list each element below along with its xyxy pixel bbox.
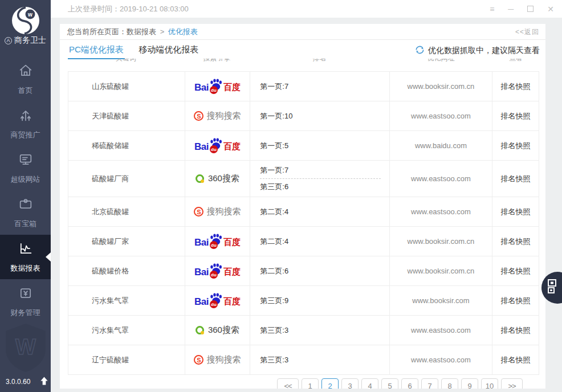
rank-snapshot-link[interactable]: 排名快照 xyxy=(501,266,531,276)
engine-cell: Baidu百度 xyxy=(185,227,250,256)
last-login-text: 上次登录时间：2019-10-21 08:03:00 xyxy=(68,0,189,18)
sidebar-item-label: 百宝箱 xyxy=(14,219,36,229)
action-cell: 排名快照 xyxy=(492,256,539,285)
baidu-paw-icon: du xyxy=(209,138,223,153)
sidebar-item-finance[interactable]: 财务管理 xyxy=(0,279,51,324)
sidebar-item-website[interactable]: 超级网站 xyxy=(0,146,51,190)
url-cell: www.eastsoo.com xyxy=(389,197,492,226)
page-button-2[interactable]: 2 xyxy=(321,378,339,389)
url-cell: www.booksir.com.cn xyxy=(389,227,492,256)
back-link[interactable]: <<返回 xyxy=(515,24,539,40)
sogou-s-icon: S xyxy=(194,355,203,365)
action-cell: 排名快照 xyxy=(492,316,539,345)
sogou-logo-icon: S搜狗搜索 xyxy=(194,111,241,121)
sidebar-item-label: 财务管理 xyxy=(11,308,40,318)
qr-code-icon xyxy=(547,279,561,297)
tab-pc-report[interactable]: PC端优化报表 xyxy=(68,40,125,59)
rank-snapshot-link[interactable]: 排名快照 xyxy=(501,207,531,217)
report-card: 您当前所在页面：数据报表 > 优化报表 <<返回 PC端优化报表 移动端优化报表 xyxy=(60,24,545,389)
table-row: 稀硫酸储罐Baidu百度第一页:5www.baidu.com排名快照 xyxy=(68,131,539,161)
sogou-s-icon: S xyxy=(194,207,203,217)
table-header-cell: 排名 xyxy=(250,59,389,66)
page-button-6[interactable]: 6 xyxy=(401,378,418,389)
page-button-9[interactable]: 9 xyxy=(461,378,478,389)
url-cell: www.eastsoo.com xyxy=(389,161,492,197)
baidu-logo-icon: Baidu百度 xyxy=(194,234,241,249)
refresh-icon[interactable] xyxy=(415,45,425,56)
rank-value: 第三页:9 xyxy=(260,296,288,306)
svg-text:w: w xyxy=(27,11,32,18)
table-row: 北京硫酸罐S搜狗搜索第二页:4www.eastsoo.com排名快照 xyxy=(68,197,539,227)
sidebar-item-toolbox[interactable]: 百宝箱 xyxy=(0,190,51,235)
baidu-du-badge: du xyxy=(210,241,218,249)
update-arrow-button[interactable] xyxy=(39,376,49,387)
table-row: 辽宁硫酸罐S搜狗搜索第三页:3www.eastsoo.com排名快照 xyxy=(68,345,539,375)
minimize-button[interactable]: ─ xyxy=(508,5,514,13)
rank-value: 第一页:7 xyxy=(260,81,288,92)
table-row: 硫酸罐厂家Baidu百度第二页:4www.booksir.com.cn排名快照 xyxy=(68,227,539,256)
page-button-1[interactable]: 1 xyxy=(302,378,319,389)
page-button-3[interactable]: 3 xyxy=(341,378,359,389)
rank-cell: 第一页:5 xyxy=(250,131,389,160)
page-button-5[interactable]: 5 xyxy=(381,378,398,389)
page-button-7[interactable]: 7 xyxy=(421,378,438,389)
sogou-logo-icon: S搜狗搜索 xyxy=(194,354,241,365)
sogou-text: 搜狗搜索 xyxy=(206,354,241,365)
close-button[interactable]: ✕ xyxy=(547,5,554,13)
so360-logo-icon: 360搜索 xyxy=(196,325,239,336)
sogou-s-icon: S xyxy=(194,111,203,121)
baidu-bai-text: Bai xyxy=(194,237,209,248)
action-cell: 排名快照 xyxy=(492,286,539,315)
keyword-cell: 稀硫酸储罐 xyxy=(68,131,185,160)
table-header-cell: 搜索引擎 xyxy=(184,59,250,66)
pagination-next-button[interactable]: >> xyxy=(501,378,523,389)
url-cell: www.baidu.com xyxy=(389,131,492,160)
url-cell: www.eastsoo.com xyxy=(389,316,492,345)
report-chart-icon xyxy=(18,240,34,258)
maximize-button[interactable] xyxy=(527,6,534,12)
rank-snapshot-link[interactable]: 排名快照 xyxy=(501,355,531,365)
rank-value: 第一页:10 xyxy=(260,111,292,121)
baidu-logo-icon: Baidu百度 xyxy=(194,293,241,308)
engine-cell: Baidu百度 xyxy=(185,256,250,285)
rank-cell: 第二页:6 xyxy=(250,256,389,285)
rank-snapshot-link[interactable]: 排名快照 xyxy=(501,325,531,336)
brand-label: 商务卫士 xyxy=(14,35,46,46)
sidebar-item-data-report[interactable]: 数据报表 xyxy=(0,235,51,279)
action-cell: 排名快照 xyxy=(492,197,539,226)
url-cell: www.eastsoo.com xyxy=(389,101,492,130)
rank-snapshot-link[interactable]: 排名快照 xyxy=(501,174,531,184)
sidebar-item-promotion[interactable]: 商贸推广 xyxy=(0,101,51,146)
rank-snapshot-link[interactable]: 排名快照 xyxy=(501,141,531,151)
tab-mobile-report[interactable]: 移动端优化报表 xyxy=(137,40,199,58)
rank-snapshot-link[interactable]: 排名快照 xyxy=(501,111,531,121)
baidu-paw-icon: du xyxy=(209,293,223,308)
content-area: 您当前所在页面：数据报表 > 优化报表 <<返回 PC端优化报表 移动端优化报表 xyxy=(51,18,562,392)
action-cell: 排名快照 xyxy=(492,161,539,197)
rank-snapshot-link[interactable]: 排名快照 xyxy=(501,236,531,247)
menu-icon[interactable]: ≡ xyxy=(490,5,494,13)
rank-snapshot-link[interactable]: 排名快照 xyxy=(501,81,531,92)
rank-snapshot-link[interactable]: 排名快照 xyxy=(501,296,531,306)
pagination-prev-button[interactable]: << xyxy=(277,378,299,389)
rank-cell: 第一页:10 xyxy=(250,101,389,130)
pagination: <<12345678910>> xyxy=(277,378,523,389)
sidebar-item-label: 数据报表 xyxy=(11,263,40,273)
so360-logo-icon: 360搜索 xyxy=(196,173,239,184)
page-button-4[interactable]: 4 xyxy=(361,378,378,389)
baidu-bai-text: Bai xyxy=(194,296,209,308)
rank-value: 第二页:6 xyxy=(260,266,288,276)
rank-cell: 第三页:9 xyxy=(250,286,389,315)
breadcrumb-current[interactable]: 优化报表 xyxy=(168,27,198,36)
keyword-cell: 硫酸罐厂商 xyxy=(68,161,185,197)
engine-cell: 360搜索 xyxy=(185,316,250,345)
sidebar-item-home[interactable]: 首页 xyxy=(0,57,51,101)
sidebar-item-label: 商贸推广 xyxy=(11,130,40,140)
page-button-8[interactable]: 8 xyxy=(441,378,458,389)
rank-value: 第二页:4 xyxy=(260,236,288,247)
rank-cell: 第三页:3 xyxy=(250,345,389,374)
url-cell: www.booksir.com.cn xyxy=(389,72,492,101)
brand-name: A 商务卫士 xyxy=(0,35,51,46)
page-button-10[interactable]: 10 xyxy=(481,378,498,389)
breadcrumb: 您当前所在页面：数据报表 > 优化报表 <<返回 xyxy=(60,24,545,40)
